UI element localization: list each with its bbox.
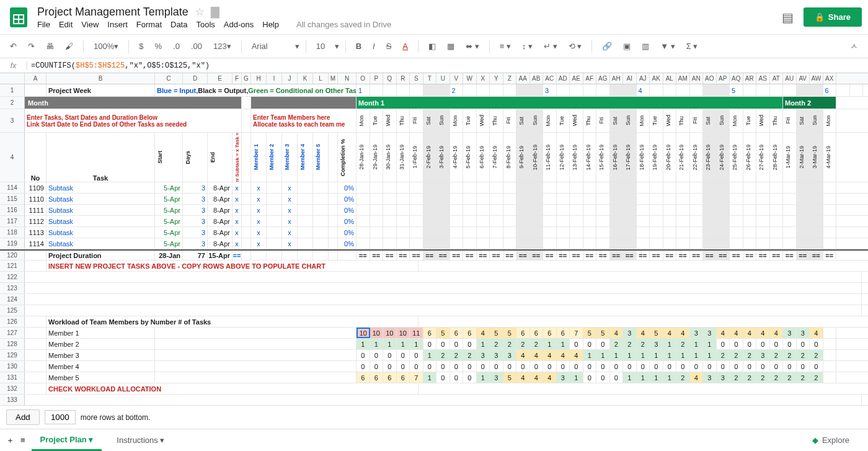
workload-val[interactable]: 2 [610, 339, 624, 349]
col-header[interactable]: W [463, 73, 477, 84]
day-name[interactable]: Thu [583, 109, 597, 132]
gantt-cell[interactable] [583, 194, 597, 204]
workload-val[interactable]: 2 [770, 372, 784, 383]
workload-val[interactable]: 6 [530, 328, 544, 338]
workload-val[interactable]: 11 [410, 328, 423, 338]
member-name[interactable]: Member 3 [46, 350, 155, 360]
task-member[interactable]: x [251, 227, 267, 238]
workload-val[interactable]: 4 [570, 350, 583, 360]
gantt-cell[interactable] [717, 182, 730, 193]
day-name[interactable]: Thu [770, 109, 784, 132]
workload-val[interactable]: 1 [477, 372, 490, 383]
dec-decrease-icon[interactable]: .0 [169, 39, 184, 53]
workload-val[interactable]: 3 [490, 372, 503, 383]
day-name[interactable]: Mon [730, 109, 743, 132]
date-hdr[interactable]: 2-Mar-19 [797, 133, 810, 182]
date-hdr[interactable]: 1-Mar-19 [783, 133, 797, 182]
cell[interactable] [242, 133, 251, 182]
workload-val[interactable]: 5 [650, 328, 663, 338]
gantt-eq[interactable]: == [557, 251, 570, 260]
gantt-cell[interactable] [730, 227, 743, 238]
gantt-cell[interactable] [797, 238, 810, 249]
week-num[interactable] [770, 84, 784, 96]
team-hint[interactable]: Enter Team Members hereAllocate tasks to… [251, 109, 356, 132]
redo-icon[interactable]: ↷ [24, 39, 38, 53]
gantt-eq[interactable]: == [730, 251, 743, 260]
workload-val[interactable]: 2 [743, 350, 757, 360]
task-no[interactable]: 1113 [25, 227, 46, 238]
date-hdr[interactable]: 17-Feb-19 [623, 133, 637, 182]
gantt-cell[interactable] [783, 216, 797, 226]
task-comp[interactable]: 0% [338, 205, 356, 215]
gantt-eq[interactable]: == [570, 251, 583, 260]
gantt-cell[interactable] [717, 194, 730, 204]
gantt-cell[interactable] [583, 216, 597, 226]
workload-val[interactable]: 2 [516, 339, 530, 349]
menu-insert[interactable]: Insert [107, 20, 128, 29]
gantt-cell[interactable] [770, 205, 784, 215]
col-header[interactable]: B [46, 73, 155, 84]
day-name[interactable]: Mon [823, 109, 837, 132]
workload-val[interactable]: 4 [717, 328, 730, 338]
gantt-cell[interactable] [543, 182, 557, 193]
gantt-cell[interactable] [543, 194, 557, 204]
workload-val[interactable]: 1 [637, 372, 650, 383]
check-workload[interactable]: CHECK WORKLOAD ALLOCATION [46, 383, 418, 394]
gantt-cell[interactable] [370, 216, 384, 226]
workload-val[interactable]: 6 [543, 328, 557, 338]
date-hdr[interactable]: 10-Feb-19 [530, 133, 544, 182]
gantt-eq[interactable]: == [383, 251, 397, 260]
workload-val[interactable]: 3 [557, 372, 570, 383]
workload-val[interactable]: 1 [477, 339, 490, 349]
menu-tools[interactable]: Tools [196, 20, 215, 29]
workload-val[interactable]: 0 [596, 372, 610, 383]
workload-val[interactable]: 4 [690, 372, 704, 383]
date-hdr[interactable]: 23-Feb-19 [703, 133, 717, 182]
workload-val[interactable]: 0 [810, 339, 823, 349]
folder-icon[interactable]: ▇ [211, 5, 219, 19]
gantt-eq[interactable]: == [583, 251, 597, 260]
week-num[interactable] [850, 84, 864, 96]
workload-val[interactable]: 2 [436, 350, 450, 360]
gantt-cell[interactable] [463, 216, 477, 226]
workload-val[interactable]: 4 [770, 328, 784, 338]
task-start[interactable]: 5-Apr [155, 227, 183, 238]
cell[interactable] [25, 316, 46, 327]
task-member[interactable] [267, 238, 282, 249]
week-num[interactable] [610, 84, 624, 96]
workload-val[interactable]: 1 [397, 339, 410, 349]
day-name[interactable]: Tue [743, 109, 757, 132]
col-header[interactable]: H [251, 73, 267, 84]
col-header[interactable]: R [397, 73, 410, 84]
task-member[interactable] [313, 238, 329, 249]
date-hdr[interactable]: 4-Feb-19 [450, 133, 464, 182]
gantt-cell[interactable] [423, 216, 437, 226]
workload-val[interactable]: 0 [516, 361, 530, 372]
gantt-cell[interactable] [543, 205, 557, 215]
gantt-cell[interactable] [650, 238, 663, 249]
task-start[interactable]: 5-Apr [155, 182, 183, 193]
workload-val[interactable]: 2 [676, 339, 690, 349]
col-header[interactable]: G [242, 73, 251, 84]
cell[interactable] [242, 194, 251, 204]
functions-icon[interactable]: Σ ▾ [683, 39, 702, 53]
workload-val[interactable] [823, 372, 837, 383]
gantt-cell[interactable] [383, 216, 397, 226]
gantt-cell[interactable] [477, 227, 490, 238]
member-name[interactable]: Member 4 [46, 361, 155, 372]
gantt-cell[interactable] [436, 205, 450, 215]
week-num[interactable]: 5 [730, 84, 743, 96]
cell[interactable] [282, 251, 298, 260]
workload-val[interactable]: 4 [477, 328, 490, 338]
gantt-cell[interactable] [516, 205, 530, 215]
gantt-cell[interactable] [557, 216, 570, 226]
gantt-cell[interactable] [397, 238, 410, 249]
col-header[interactable]: AE [570, 73, 583, 84]
day-name[interactable]: Thu [490, 109, 503, 132]
cell[interactable] [155, 372, 356, 383]
day-name[interactable]: Fri [690, 109, 704, 132]
day-name[interactable]: Tue [370, 109, 384, 132]
date-hdr[interactable]: 6-Feb-19 [477, 133, 490, 182]
strike-icon[interactable]: S [383, 39, 396, 53]
gantt-cell[interactable] [823, 205, 837, 215]
